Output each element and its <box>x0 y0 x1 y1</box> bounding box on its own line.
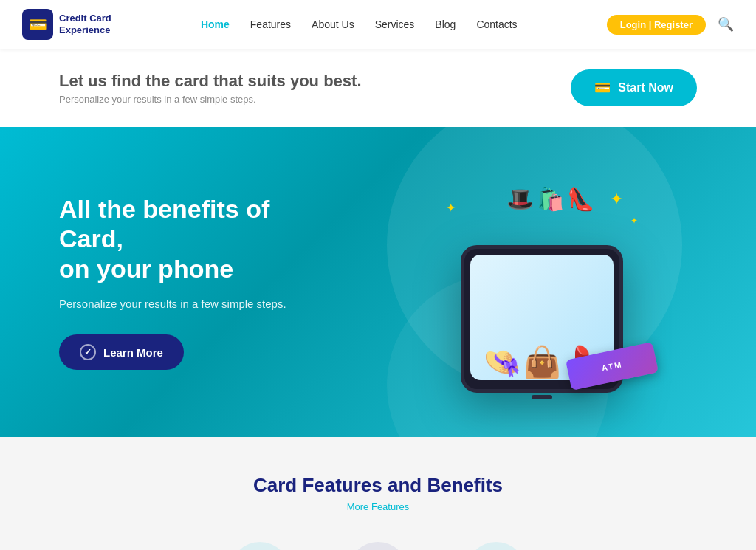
search-icon: 🔍 <box>718 17 734 32</box>
navigation: Credit Card Experience Home Features Abo… <box>0 0 756 49</box>
check-icon: ✓ <box>80 344 96 360</box>
features-icons: $ <box>59 542 697 550</box>
nav-item-services[interactable]: Services <box>375 18 415 31</box>
hero-top-text: Let us find the card that suits you best… <box>59 72 362 105</box>
hero-top-band: Let us find the card that suits you best… <box>0 49 756 127</box>
nav-link-about[interactable]: About Us <box>312 18 354 30</box>
more-features-link[interactable]: More Features <box>59 501 697 512</box>
floating-items: 🎩 🛍️ 👠 <box>506 186 594 212</box>
phone-home-button <box>532 395 552 399</box>
feature-icon-money <box>348 542 408 550</box>
features-section: Card Features and Benefits More Features… <box>0 437 756 550</box>
atm-label: ATM <box>601 360 624 373</box>
nav-link-services[interactable]: Services <box>375 18 415 30</box>
feature-item-money <box>348 542 408 550</box>
phone-body: 👒👜💄 ATM <box>461 245 623 393</box>
hero-illustration: 👒👜💄 ATM 🎩 🛍️ 👠 ✦ ✦ ✦ <box>387 171 697 393</box>
logo-icon <box>22 9 53 40</box>
features-title: Card Features and Benefits <box>59 474 697 497</box>
search-button[interactable]: 🔍 <box>718 16 734 32</box>
feature-icon-card <box>467 542 526 550</box>
sparkle-icon: ✦ <box>446 201 456 215</box>
nav-link-blog[interactable]: Blog <box>435 18 456 30</box>
hero-banner-content: All the benefits of Card, on your phone … <box>59 194 340 371</box>
learn-more-button[interactable]: ✓ Learn More <box>59 334 184 370</box>
learn-more-label: Learn More <box>103 346 163 359</box>
sparkle-icon-2: ✦ <box>610 190 623 209</box>
nav-item-contacts[interactable]: Contacts <box>476 18 517 31</box>
nav-link-contacts[interactable]: Contacts <box>476 18 517 30</box>
nav-item-home[interactable]: Home <box>201 18 230 31</box>
feature-item-savings: $ <box>230 542 289 550</box>
bag-icon: 🛍️ <box>537 186 564 212</box>
shoe-icon: 👠 <box>567 186 594 212</box>
logo-text: Credit Card Experience <box>59 13 111 35</box>
start-now-label: Start Now <box>618 81 673 94</box>
feature-item-card <box>467 542 526 550</box>
hero-top-headline: Let us find the card that suits you best… <box>59 72 362 91</box>
nav-links: Home Features About Us Services Blog Con… <box>201 18 518 31</box>
hero-banner-title: All the benefits of Card, on your phone <box>59 194 340 284</box>
hat-icon: 🎩 <box>506 186 534 212</box>
hero-banner: All the benefits of Card, on your phone … <box>0 127 756 437</box>
sparkle-icon-3: ✦ <box>630 216 638 226</box>
login-register-button[interactable]: Login | Register <box>607 15 706 35</box>
nav-item-features[interactable]: Features <box>250 18 291 31</box>
start-now-button[interactable]: 💳 Start Now <box>571 69 697 106</box>
logo: Credit Card Experience <box>22 9 111 40</box>
hero-top-subtext: Personalize your results in a few simple… <box>59 94 362 105</box>
nav-link-home[interactable]: Home <box>201 18 230 30</box>
nav-item-blog[interactable]: Blog <box>435 18 456 31</box>
card-icon: 💳 <box>594 80 611 96</box>
nav-link-features[interactable]: Features <box>250 18 291 30</box>
hero-banner-description: Personalize your results in a few simple… <box>59 296 340 313</box>
nav-right: Login | Register 🔍 <box>607 15 734 35</box>
nav-item-about[interactable]: About Us <box>312 18 354 31</box>
feature-icon-savings: $ <box>230 542 289 550</box>
